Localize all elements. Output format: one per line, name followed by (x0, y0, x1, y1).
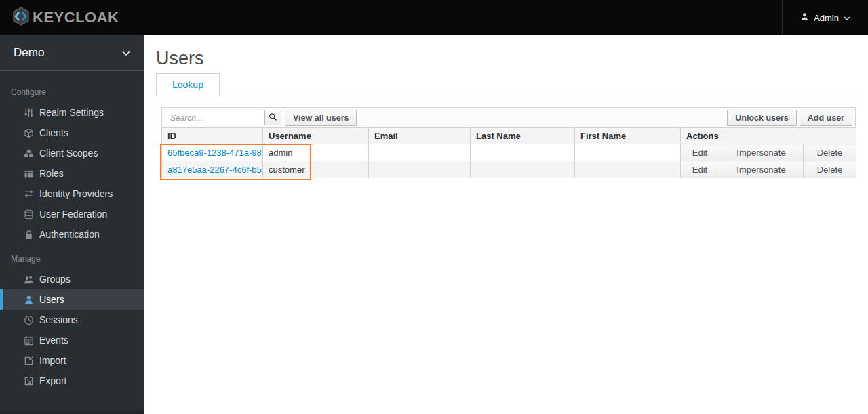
sidebar-item-identity-providers[interactable]: Identity Providers (0, 184, 144, 204)
sidebar: Demo Configure Realm Settings (0, 35, 144, 414)
column-header-actions: Actions (681, 128, 856, 144)
email-cell (369, 161, 471, 178)
realm-selector[interactable]: Demo (0, 35, 144, 71)
section-configure-label: Configure (0, 78, 144, 102)
toolbar-right: Unlock users Add user (727, 110, 852, 126)
calendar-icon (23, 335, 34, 346)
user-menu-label: Admin (814, 13, 839, 23)
column-header-username: Username (263, 128, 369, 144)
sidebar-item-export[interactable]: Export (0, 371, 144, 391)
impersonate-action-button[interactable]: Impersonate (719, 161, 804, 178)
column-header-last-name: Last Name (471, 128, 575, 144)
user-icon (23, 294, 34, 305)
realm-name: Demo (14, 46, 44, 60)
first-name-cell (575, 144, 681, 161)
delete-action-button[interactable]: Delete (804, 161, 856, 178)
sidebar-item-sessions[interactable]: Sessions (0, 310, 144, 330)
main-content: Users Lookup View al (144, 35, 868, 414)
sidebar-item-label: Import (39, 355, 66, 366)
user-id-link[interactable]: 65fbeca9-1238-471a-98... (167, 148, 263, 158)
table-row: 65fbeca9-1238-471a-98... admin Edit Impe… (162, 144, 856, 161)
username-cell: customer (263, 161, 369, 178)
sidebar-item-label: Sessions (39, 314, 78, 325)
unlock-users-button[interactable]: Unlock users (727, 110, 797, 126)
users-table: ID Username Email Last Name First Name A… (161, 127, 856, 178)
chevron-down-icon (844, 13, 850, 23)
sidebar-item-label: Clients (39, 127, 68, 138)
sidebar-item-import[interactable]: Import (0, 350, 144, 371)
chevron-down-icon (122, 47, 130, 59)
side-nav: Configure Realm Settings Clients (0, 71, 144, 410)
sidebar-item-users[interactable]: Users (0, 289, 144, 310)
exchange-arrows-icon (23, 188, 34, 199)
add-user-button[interactable]: Add user (800, 110, 852, 126)
sidebar-item-client-scopes[interactable]: Client Scopes (0, 143, 144, 163)
sidebar-item-label: Events (39, 335, 68, 346)
section-manage-label: Manage (0, 245, 144, 269)
last-name-cell (471, 161, 575, 178)
delete-action-button[interactable]: Delete (804, 144, 856, 161)
sidebar-item-label: User Federation (39, 209, 107, 220)
table-toolbar: View all users Unlock users Add user (161, 107, 856, 128)
sliders-icon (23, 107, 34, 118)
sidebar-item-realm-settings[interactable]: Realm Settings (0, 102, 144, 123)
sidebar-item-roles[interactable]: Roles (0, 163, 144, 184)
search-input[interactable] (165, 110, 265, 125)
sidebar-item-label: Groups (39, 274, 71, 285)
sidebar-item-label: Client Scopes (39, 148, 98, 159)
search-button[interactable] (264, 110, 281, 125)
username-cell: admin (263, 144, 369, 161)
page-title: Users (156, 47, 856, 70)
keycloak-hexagon-icon (11, 6, 31, 29)
edit-action-button[interactable]: Edit (681, 144, 719, 161)
list-icon (23, 168, 34, 179)
export-icon (23, 375, 34, 386)
tab-lookup[interactable]: Lookup (156, 73, 220, 97)
sidebar-item-groups[interactable]: Groups (0, 269, 144, 289)
sidebar-item-events[interactable]: Events (0, 330, 144, 350)
import-icon (23, 355, 34, 366)
sidebar-item-label: Authentication (39, 229, 100, 240)
sidebar-item-authentication[interactable]: Authentication (0, 224, 144, 245)
sidebar-item-label: Roles (39, 168, 64, 179)
user-menu[interactable]: Admin (782, 0, 868, 35)
column-header-first-name: First Name (575, 128, 681, 144)
impersonate-action-button[interactable]: Impersonate (719, 144, 804, 161)
users-table-zone: View all users Unlock users Add user ID … (161, 107, 856, 178)
first-name-cell (575, 161, 681, 178)
database-icon (23, 209, 34, 220)
user-id-link[interactable]: a817e5aa-2267-4c6f-b5... (167, 165, 263, 175)
tab-bar: Lookup (156, 73, 856, 96)
sidebar-item-label: Export (39, 375, 66, 386)
sidebar-item-label: Identity Providers (39, 188, 113, 199)
view-all-users-button[interactable]: View all users (285, 110, 357, 126)
users-icon (23, 274, 34, 285)
sidebar-item-label: Realm Settings (39, 107, 104, 118)
keycloak-admin-console: KEYCLOAK Admin Demo Configure (0, 0, 868, 414)
search-icon (269, 112, 277, 123)
sidebar-footer (0, 410, 144, 414)
edit-action-button[interactable]: Edit (681, 161, 719, 178)
cubes-icon (23, 148, 34, 159)
column-header-email: Email (369, 128, 471, 144)
table-header-row: ID Username Email Last Name First Name A… (162, 128, 856, 144)
column-header-id: ID (162, 128, 263, 144)
brand-text: KEYCLOAK (33, 9, 119, 26)
sidebar-item-user-federation[interactable]: User Federation (0, 204, 144, 224)
clock-icon (23, 314, 34, 325)
sidebar-item-label: Users (39, 294, 64, 305)
cube-icon (23, 127, 34, 138)
lock-icon (23, 229, 34, 240)
table-row: a817e5aa-2267-4c6f-b5... customer Edit I… (162, 161, 856, 178)
keycloak-logo[interactable]: KEYCLOAK (0, 6, 119, 29)
last-name-cell (471, 144, 575, 161)
email-cell (369, 144, 471, 161)
person-icon (800, 12, 809, 23)
top-navbar: KEYCLOAK Admin (0, 0, 868, 35)
search-group (165, 110, 281, 125)
sidebar-item-clients[interactable]: Clients (0, 123, 144, 143)
